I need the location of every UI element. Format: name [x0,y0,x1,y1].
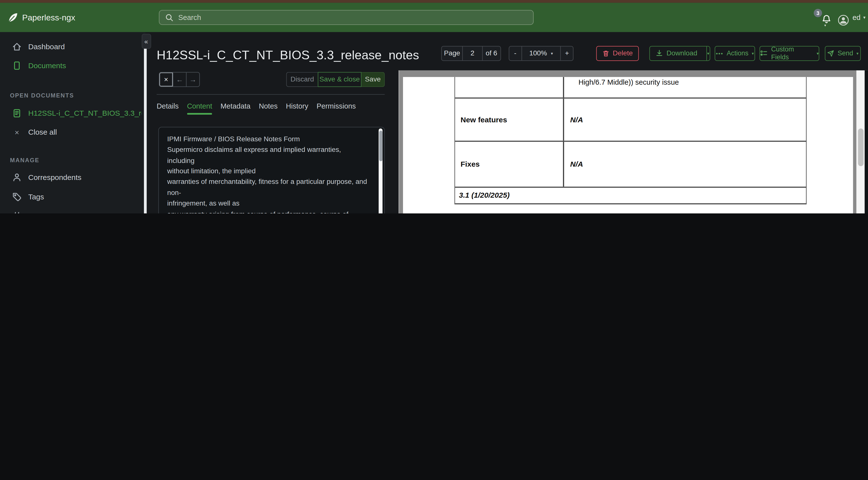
page-input-segment [462,47,482,60]
main-content: H12SSL-i_C_CT_NT_BIOS_3.3_release_notes … [146,32,868,213]
person-icon [12,173,22,182]
table-row-version: 3.1 (1/20/2025) [455,187,806,204]
table-row-fixes: Fixes N/A [455,142,806,188]
zoom-out-button[interactable]: - [509,47,521,60]
tab-notes[interactable]: Notes [259,102,278,115]
page-navigation-group: Page of 6 [441,46,501,61]
page-total-label: of 6 [482,47,500,60]
user-menu[interactable]: ed ▾ [852,2,866,32]
sidebar-item-dashboard[interactable]: Dashboard [0,38,146,57]
custom-fields-icon [760,50,768,57]
next-document-button[interactable]: → [186,72,199,86]
send-icon [827,50,834,57]
discard-button[interactable]: Discard [286,72,318,87]
sidebar-open-document[interactable]: H12SSL-i_C_CT_NT_BIOS_3.3_rel... [0,104,146,123]
table-row-new-features: New features N/A [455,98,806,142]
custom-fields-caret-icon: ▾ [816,51,818,56]
top-navbar: Paperless-ngx 3 ▾ ed ▾ [0,2,868,32]
tab-details[interactable]: Details [157,102,179,115]
sidebar-item-label: Correspondents [28,174,82,182]
document-tabs: Details Content Metadata Notes History P… [157,102,356,115]
trash-icon [602,50,610,57]
toolbar-divider [157,94,385,94]
browser-top-strip [0,0,868,2]
sidebar-item-tags[interactable]: Tags [0,187,146,206]
sidebar-item-label: Documents [28,62,66,70]
global-search[interactable] [159,10,534,25]
user-menu-caret-icon: ▾ [863,15,866,20]
tab-history[interactable]: History [286,102,308,115]
delete-label: Delete [613,50,633,57]
sidebar-item-correspondents[interactable]: Correspondents [0,168,146,187]
custom-fields-label: Custom Fields [771,46,813,61]
row-label: Fixes [461,142,480,187]
row-value: N/A [570,98,583,141]
sidebar-collapse-button[interactable]: « [142,34,151,49]
tab-permissions[interactable]: Permissions [317,102,356,115]
sidebar-item-label: Dashboard [28,43,65,51]
actions-label: Actions [727,50,749,57]
pdf-right-edge [865,70,868,213]
close-document-button[interactable]: × [159,72,173,86]
row-label: New features [461,98,507,141]
brand-title: Paperless-ngx [22,2,75,32]
download-caret-icon: ▾ [707,51,709,56]
download-button[interactable]: Download [650,47,703,60]
pdf-scrollbar-thumb[interactable] [858,128,863,166]
partial-row-text: High/6.7 Middle)) security issue [579,78,679,86]
zoom-in-button[interactable]: + [560,47,573,60]
home-icon [12,42,22,52]
sidebar-item-document-types[interactable]: Document Types [0,206,146,213]
table-row-partial: High/6.7 Middle)) security issue [455,77,806,98]
sidebar-item-documents[interactable]: Documents [0,56,146,75]
zoom-level-value: 100% [529,50,547,57]
hash-icon [12,211,22,213]
sidebar: Dashboard Documents OPEN DOCUMENTS H12SS… [0,32,146,213]
tab-metadata[interactable]: Metadata [220,102,250,115]
save-and-close-button[interactable]: Save & close [318,72,362,87]
ellipsis-icon: ••• [716,50,723,56]
download-icon [655,50,663,57]
bell-caret-icon: ▾ [824,23,826,28]
pdf-scrollbar[interactable] [857,70,865,213]
pdf-preview-pane[interactable]: High/6.7 Middle)) security issue New fea… [399,70,868,213]
paperless-logo-icon [7,11,19,23]
search-input[interactable] [159,10,533,24]
pdf-page-1: High/6.7 Middle)) security issue New fea… [403,77,853,213]
zoom-controls-group: - 100% ▾ + [509,46,574,61]
download-label: Download [666,50,697,57]
send-label: Send [837,50,853,57]
send-button[interactable]: Send ▾ [825,46,861,61]
sidebar-close-all[interactable]: × Close all [0,123,146,142]
download-dropdown-button[interactable]: ▾ [706,47,710,60]
notifications-button[interactable]: 3 ▾ [818,9,835,28]
custom-fields-button[interactable]: Custom Fields ▾ [760,46,819,61]
textarea-scrollbar[interactable] [379,128,382,213]
open-documents-header: OPEN DOCUMENTS [0,91,146,99]
zoom-level-select[interactable]: 100% ▾ [521,47,560,60]
delete-button[interactable]: Delete [596,46,639,61]
textarea-scrollbar-thumb[interactable] [379,131,382,161]
previous-document-button[interactable]: ← [173,72,186,86]
content-textarea[interactable]: IPMI Firmware / BIOS Release Notes Form … [158,127,385,213]
zoom-caret-icon: ▾ [551,51,553,56]
actions-button[interactable]: ••• Actions ▾ [715,46,755,61]
manage-header: MANAGE [0,156,146,164]
sidebar-item-label: Document Types [28,212,84,213]
username-label: ed [852,13,861,22]
notification-count-badge: 3 [814,9,822,17]
sidebar-item-label: Tags [28,193,44,201]
page-number-input[interactable] [463,46,482,61]
tag-icon [12,192,22,201]
tab-content[interactable]: Content [187,102,212,115]
user-avatar-icon[interactable] [837,14,849,26]
row-value: N/A [570,142,583,187]
send-caret-icon: ▾ [857,51,859,56]
close-icon: × [12,128,22,137]
app-window: Paperless-ngx 3 ▾ ed ▾ Dashboard Documen… [0,0,868,213]
save-button[interactable]: Save [362,72,385,87]
documents-icon [12,61,22,70]
page-label: Page [442,47,463,60]
close-all-label: Close all [28,128,57,137]
sidebar-scrollbar[interactable] [144,34,147,213]
